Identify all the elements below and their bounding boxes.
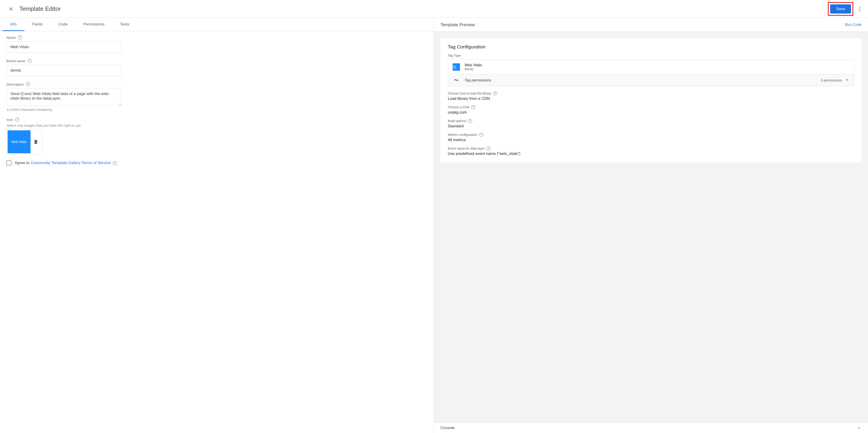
- svg-point-2: [859, 10, 860, 11]
- console-title: Console: [440, 426, 455, 430]
- icon-thumbnail[interactable]: Web Vitals: [7, 130, 31, 153]
- tagtype-label: Tag Type: [440, 54, 862, 60]
- config-value: Standard: [448, 124, 854, 129]
- page-title: Template Editor: [19, 5, 828, 12]
- chevron-up-icon: [857, 426, 862, 431]
- save-highlight: Save: [828, 2, 853, 16]
- close-icon: [8, 6, 14, 12]
- help-icon[interactable]: ?: [471, 105, 475, 109]
- config-item: Event name for data layer? Use predefine…: [448, 146, 854, 156]
- left-pane: Info Fields Code Permissions Tests Name …: [0, 18, 434, 433]
- description-input[interactable]: Send (Core) Web Vitals field data of a p…: [6, 88, 121, 105]
- tab-code[interactable]: Code: [51, 18, 75, 31]
- icon-note: Select only images that you have the rig…: [6, 124, 427, 127]
- config-label: Build options: [448, 119, 466, 123]
- config-list: Choose how to load the library? Load lib…: [440, 86, 862, 156]
- help-icon[interactable]: ?: [18, 35, 22, 39]
- name-label: Name: [6, 36, 16, 39]
- console-toggle[interactable]: Console: [434, 423, 868, 433]
- config-item: Metrics configuration? All metrics: [448, 133, 854, 142]
- brand-label: Brand name: [6, 59, 25, 63]
- tag-permissions-row[interactable]: Tag permissions 3 permissions: [448, 74, 854, 86]
- brand-input[interactable]: [6, 65, 121, 76]
- config-value: Load library from a CDN: [448, 96, 854, 101]
- tag-config-card: Tag Configuration Tag Type Web Vitals We…: [440, 38, 862, 163]
- tag-type-box: Web Vitals Web Vitals demirj Tag permiss…: [448, 60, 854, 86]
- config-label: Choose how to load the library: [448, 92, 491, 95]
- help-icon[interactable]: ?: [15, 118, 19, 122]
- card-title: Tag Configuration: [440, 44, 862, 54]
- preview-header: Template Preview Run Code: [434, 18, 868, 32]
- tag-type-icon: Web Vitals: [453, 63, 460, 71]
- icon-label: Icon: [6, 118, 13, 122]
- tab-fields[interactable]: Fields: [24, 18, 50, 31]
- trash-icon: [33, 139, 38, 144]
- agree-prefix: Agree to: [15, 161, 31, 165]
- description-label: Description: [6, 82, 24, 86]
- description-counter: 111/200 characters remaining: [6, 108, 427, 111]
- agree-checkbox[interactable]: [6, 160, 11, 165]
- config-value: Use predefined event name ("web_vitals"): [448, 152, 854, 156]
- svg-point-0: [859, 7, 860, 8]
- editor-tabs: Info Fields Code Permissions Tests: [0, 18, 434, 31]
- config-item: Choose a CDN? unpkg.com: [448, 105, 854, 115]
- help-icon[interactable]: ?: [113, 161, 117, 165]
- key-icon: [454, 78, 459, 82]
- help-icon[interactable]: ?: [468, 119, 472, 123]
- tab-tests[interactable]: Tests: [112, 18, 137, 31]
- config-item: Choose how to load the library? Load lib…: [448, 91, 854, 101]
- perm-label: Tag permissions: [465, 78, 821, 82]
- editor-header: Template Editor Save: [0, 0, 868, 18]
- info-form[interactable]: Name ? Brand name ? Description ? Send (…: [0, 31, 434, 433]
- delete-icon-button[interactable]: [31, 139, 41, 144]
- save-button[interactable]: Save: [830, 4, 851, 13]
- tag-type-row[interactable]: Web Vitals Web Vitals demirj: [448, 60, 854, 74]
- config-value: unpkg.com: [448, 110, 854, 115]
- tag-type-sub: demirj: [465, 67, 482, 71]
- run-code-button[interactable]: Run Code: [845, 23, 862, 27]
- tab-info[interactable]: Info: [2, 18, 24, 31]
- preview-title: Template Preview: [440, 22, 475, 27]
- config-value: All metrics: [448, 138, 854, 142]
- agree-text: Agree to Community Template Gallery Term…: [15, 161, 117, 165]
- tag-type-name: Web Vitals: [465, 63, 482, 67]
- config-item: Build options? Standard: [448, 119, 854, 129]
- close-button[interactable]: [6, 4, 16, 13]
- preview-body[interactable]: Tag Configuration Tag Type Web Vitals We…: [434, 32, 868, 423]
- help-icon[interactable]: ?: [493, 91, 497, 96]
- config-label: Choose a CDN: [448, 105, 469, 109]
- name-input[interactable]: [6, 41, 121, 53]
- help-icon[interactable]: ?: [486, 146, 491, 151]
- perm-count: 3 permissions: [821, 78, 842, 82]
- help-icon[interactable]: ?: [479, 133, 484, 137]
- right-pane: Template Preview Run Code Tag Configurat…: [434, 18, 868, 433]
- svg-point-1: [859, 8, 860, 9]
- help-icon[interactable]: ?: [28, 59, 32, 63]
- more-menu-button[interactable]: [855, 4, 864, 13]
- config-label: Event name for data layer: [448, 146, 485, 150]
- chevron-right-icon: [845, 77, 849, 82]
- tos-link[interactable]: Community Template Gallery Terms of Serv…: [31, 161, 111, 165]
- help-icon[interactable]: ?: [26, 82, 30, 86]
- tab-permissions[interactable]: Permissions: [75, 18, 112, 31]
- config-label: Metrics configuration: [448, 133, 477, 136]
- icon-card: Web Vitals: [6, 129, 42, 155]
- more-vert-icon: [857, 6, 863, 12]
